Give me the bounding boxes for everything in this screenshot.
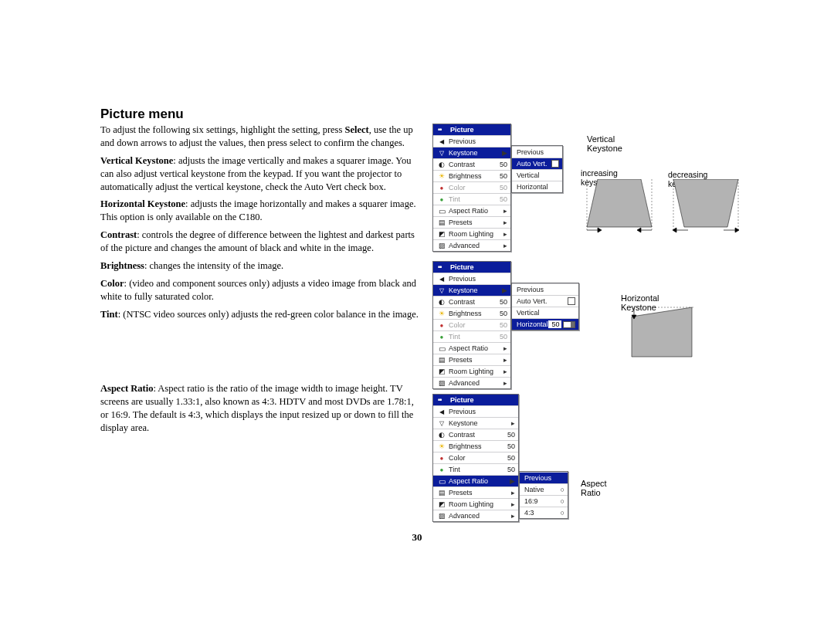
- label: Horizontal Keystone: [100, 198, 185, 209]
- chevron-right-icon: ▸: [507, 489, 515, 497]
- submenu-16-9[interactable]: 16:9○: [520, 495, 568, 507]
- submenu-vertical[interactable]: Vertical: [512, 169, 562, 181]
- svg-marker-14: [632, 307, 692, 357]
- menu-item-room[interactable]: Room Lighting▸: [433, 228, 510, 239]
- checkbox-icon[interactable]: [568, 297, 575, 305]
- submenu-horizontal[interactable]: Horizontal50: [512, 318, 578, 330]
- menu-item-previous[interactable]: Previous: [433, 405, 518, 417]
- menu-item-presets[interactable]: Presets▸: [433, 354, 510, 365]
- text: : changes the intensity of the image.: [144, 260, 283, 271]
- left-arrow-icon: [436, 137, 447, 145]
- text: : (video and component sources only) adj…: [100, 278, 416, 302]
- picture-menu: Picture Previous Keystone▸ Contrast50 Br…: [432, 394, 519, 522]
- left-arrow-icon: [436, 408, 447, 415]
- menu-title: Picture: [433, 395, 518, 405]
- menu-item-keystone[interactable]: Keystone▶: [433, 284, 510, 296]
- chevron-right-icon: ▸: [500, 242, 507, 249]
- submenu-horizontal[interactable]: Horizontal: [512, 181, 562, 192]
- submenu-previous[interactable]: Previous: [520, 472, 568, 483]
- color-icon: [436, 184, 447, 192]
- menu-item-tint[interactable]: Tint50: [433, 463, 518, 475]
- menu-item-aspect[interactable]: Aspect Ratio▸: [433, 342, 510, 354]
- presets-icon: [436, 489, 447, 497]
- brightness-paragraph: Brightness: changes the intensity of the…: [100, 259, 419, 273]
- slider-icon[interactable]: [563, 321, 575, 328]
- menu-item-room[interactable]: Room Lighting▸: [433, 365, 510, 377]
- horizontal-keystone-diagram: [630, 306, 700, 360]
- chevron-right-icon: ▸: [500, 230, 507, 238]
- submenu-vertical[interactable]: Vertical: [512, 307, 578, 318]
- menu-item-previous[interactable]: Previous: [433, 135, 510, 147]
- chevron-right-icon: ▸: [500, 207, 507, 215]
- menu-item-aspect[interactable]: Aspect Ratio▸: [433, 205, 510, 216]
- room-icon: [436, 230, 447, 238]
- color-icon: [436, 321, 447, 329]
- label: Vertical Keystone: [100, 155, 173, 166]
- menu-item-advanced[interactable]: Advanced▸: [433, 510, 518, 521]
- menu-item-brightness[interactable]: Brightness50: [433, 170, 510, 181]
- tint-icon: [436, 333, 447, 341]
- menu-item-tint: Tint50: [433, 193, 510, 205]
- menu-item-aspect[interactable]: Aspect Ratio▶: [433, 475, 518, 486]
- menu-item-advanced[interactable]: Advanced▸: [433, 377, 510, 388]
- submenu-auto-vert[interactable]: Auto Vert.: [512, 295, 578, 307]
- vertical-keystone-label: Vertical Keystone: [587, 134, 622, 153]
- keystone-icon: [436, 149, 447, 157]
- picture-menu: Picture Previous Keystone▶ Contrast50 Br…: [432, 261, 511, 389]
- increasing-keystone-diagram: [581, 179, 658, 233]
- page-title: Picture menu: [100, 107, 184, 122]
- label: Color: [100, 278, 124, 289]
- submenu-auto-vert[interactable]: Auto Vert.: [512, 158, 562, 169]
- menu-item-color: Color50: [433, 319, 510, 330]
- tint-icon: [436, 466, 447, 473]
- chevron-right-icon: ▸: [500, 356, 507, 364]
- menu-item-contrast[interactable]: Contrast50: [433, 429, 518, 440]
- contrast-icon: [436, 161, 447, 168]
- menu-item-color[interactable]: Color50: [433, 452, 518, 463]
- menu-item-room[interactable]: Room Lighting▸: [433, 498, 518, 510]
- checkbox-icon[interactable]: [551, 160, 559, 168]
- menu-item-presets[interactable]: Presets▸: [433, 216, 510, 228]
- submenu-previous[interactable]: Previous: [512, 283, 578, 295]
- room-icon: [436, 500, 447, 508]
- advanced-icon: [436, 242, 447, 249]
- presets-icon: [436, 219, 447, 226]
- chevron-right-icon: ▸: [500, 379, 507, 387]
- svg-marker-7: [673, 179, 738, 227]
- submenu-native[interactable]: Native○: [520, 483, 568, 495]
- menu-item-brightness[interactable]: Brightness50: [433, 440, 518, 452]
- menu-item-previous[interactable]: Previous: [433, 273, 510, 284]
- chevron-right-icon: ▶: [507, 477, 515, 485]
- select-bold: Select: [344, 124, 368, 135]
- submenu-previous[interactable]: Previous: [512, 146, 562, 158]
- tint-icon: [436, 195, 447, 203]
- contrast-icon: [436, 431, 447, 439]
- aspect-icon: [436, 477, 447, 486]
- contrast-paragraph: Contrast: controls the degree of differe…: [100, 229, 419, 255]
- chevron-right-icon: ▶: [500, 286, 507, 294]
- menu-item-keystone[interactable]: Keystone▶: [433, 147, 510, 158]
- color-paragraph: Color: (video and component sources only…: [100, 277, 419, 303]
- presets-icon: [436, 356, 447, 364]
- label: Tint: [100, 309, 118, 320]
- text: To adjust the following six settings, hi…: [100, 124, 344, 135]
- brightness-icon: [436, 310, 447, 317]
- aspect-icon: [436, 344, 447, 353]
- keystone-icon: [436, 286, 447, 294]
- menu-item-contrast[interactable]: Contrast50: [433, 158, 510, 170]
- menu-item-brightness[interactable]: Brightness50: [433, 307, 510, 319]
- svg-marker-0: [587, 179, 652, 227]
- menu-item-keystone[interactable]: Keystone▸: [433, 417, 518, 429]
- menu-item-presets[interactable]: Presets▸: [433, 486, 518, 498]
- advanced-icon: [436, 512, 447, 520]
- svg-marker-11: [673, 228, 676, 232]
- menu-item-contrast[interactable]: Contrast50: [433, 296, 510, 307]
- menu-title: Picture: [433, 124, 510, 135]
- menu-item-advanced[interactable]: Advanced▸: [433, 239, 510, 251]
- submenu-4-3[interactable]: 4:3○: [520, 507, 568, 518]
- intro-paragraph: To adjust the following six settings, hi…: [100, 124, 419, 150]
- body-text-column: To adjust the following six settings, hi…: [100, 124, 419, 439]
- aspect-icon: [436, 207, 447, 215]
- chevron-right-icon: ▸: [507, 500, 515, 508]
- room-icon: [436, 368, 447, 375]
